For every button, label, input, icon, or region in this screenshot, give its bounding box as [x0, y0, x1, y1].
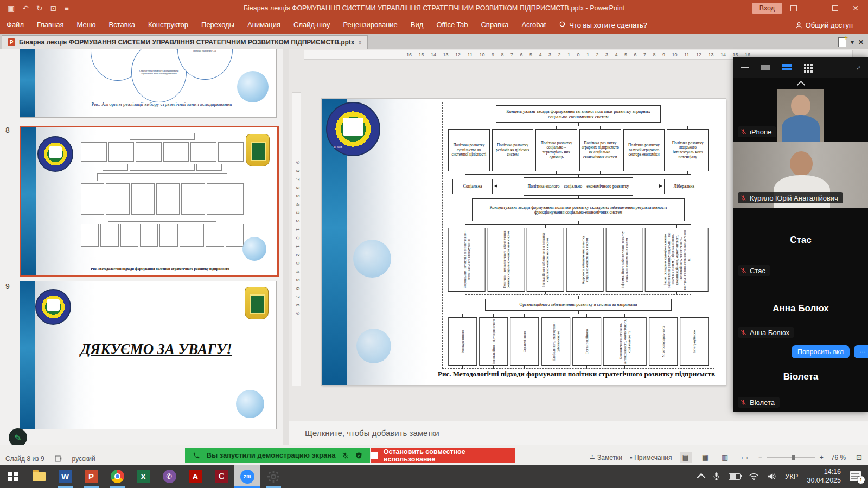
tell-me-box[interactable]: Что вы хотите сделать?: [552, 21, 654, 29]
zoom-app-button[interactable]: zm: [234, 465, 260, 488]
zoom-slider-thumb[interactable]: [792, 455, 795, 460]
zoom-out-icon[interactable]: −: [758, 454, 762, 461]
vertical-ruler: 9 8 7 6 5 4 3 2 1 0 1 2 3 4 5 6 7 8 9: [292, 92, 301, 386]
speaker-view-icon[interactable]: [761, 65, 770, 70]
notes-toggle[interactable]: ≐ Заметки: [590, 453, 622, 461]
direction-box: Економічного, стійкого, антикризового, е…: [603, 317, 647, 366]
menu-transitions[interactable]: Переходы: [195, 16, 241, 34]
notification-center-icon[interactable]: 1: [850, 471, 861, 481]
menu-home[interactable]: Главная: [30, 16, 70, 34]
viber-button[interactable]: ✆: [156, 465, 182, 488]
collapse-videos-chevron[interactable]: [733, 78, 868, 89]
gallery-view-icon[interactable]: [804, 64, 806, 66]
minimize-button[interactable]: —: [805, 2, 824, 15]
language-indicator[interactable]: русский: [72, 455, 95, 463]
file-explorer-button[interactable]: [26, 465, 52, 488]
strip-view-icon[interactable]: [782, 64, 792, 71]
reading-view-button[interactable]: ▥: [719, 452, 731, 463]
menu-insert[interactable]: Вставка: [103, 16, 142, 34]
zoom-slider[interactable]: − +: [758, 454, 824, 461]
thumbnail-slide-8-selected[interactable]: Рис. Методологічні підходи формування по…: [20, 126, 279, 277]
slide8-caption: Рис. Методологічні підходи формування по…: [54, 267, 266, 271]
menu-help[interactable]: Справка: [474, 16, 515, 34]
slideshow-view-button[interactable]: ▭: [738, 452, 750, 463]
participant-tile-anna[interactable]: Анна Болюх Анна Болюх Попросить вкл ···: [733, 280, 868, 363]
document-tab[interactable]: P Бінарна лекція ФОРМУВАННЯ СИСТЕМИ УПРА…: [2, 35, 368, 49]
menu-animations[interactable]: Анимация: [241, 16, 287, 34]
tabbar-close-icon[interactable]: ✕: [858, 38, 864, 46]
clock[interactable]: 14:16 30.04.2025: [807, 468, 841, 485]
menu-view[interactable]: Вид: [404, 16, 430, 34]
mic-muted-icon[interactable]: [342, 452, 349, 459]
tab-close-icon[interactable]: x: [359, 38, 362, 46]
zoom-percentage[interactable]: 76 %: [831, 454, 846, 461]
menu-file[interactable]: Файл: [0, 16, 30, 34]
directions-row: Конкурентного Інноваційно - відтворюючог…: [447, 314, 710, 369]
redo-icon[interactable]: ↻: [36, 4, 43, 12]
menu-office-tab[interactable]: Office Tab: [430, 16, 474, 34]
participant-tile-stas[interactable]: Стас Стас: [733, 208, 868, 280]
acrobat-button[interactable]: A: [182, 465, 208, 488]
undo-icon[interactable]: ↶: [22, 4, 29, 12]
slide-sorter-view-button[interactable]: ▦: [699, 452, 711, 463]
slide-counter: Слайд 8 из 9: [5, 455, 44, 463]
speaker-icon[interactable]: [767, 472, 776, 480]
ink-pen-button[interactable]: ✎: [9, 428, 27, 445]
excel-button[interactable]: X: [130, 465, 156, 488]
tray-chevron-icon[interactable]: [697, 473, 706, 482]
minimize-panel-icon[interactable]: [741, 67, 749, 68]
ask-to-unmute-button[interactable]: Попросить вкл: [792, 345, 850, 358]
title-bar: ▣ ↶ ↻ ⊡ ≡ Бінарна лекція ФОРМУВАННЯ СИСТ…: [0, 0, 868, 16]
close-button[interactable]: ✕: [846, 2, 865, 15]
save-icon[interactable]: ▣: [8, 4, 15, 12]
word-button[interactable]: W: [52, 465, 78, 488]
start-slideshow-icon[interactable]: ⊡: [50, 4, 57, 12]
tab-list-dropdown-icon[interactable]: ▾: [851, 38, 854, 46]
menu-acrobat[interactable]: Acrobat: [515, 16, 552, 34]
arrow-left: [493, 187, 524, 187]
more-options-button[interactable]: ···: [854, 345, 868, 358]
security-shield-icon[interactable]: [355, 452, 362, 459]
expand-panel-icon[interactable]: ↕: [854, 63, 863, 71]
start-button[interactable]: [0, 465, 26, 488]
spellcheck-icon[interactable]: [54, 455, 62, 463]
customize-qat-icon[interactable]: ≡: [64, 4, 68, 12]
menu-slideshow[interactable]: Слайд-шоу: [287, 16, 336, 34]
document-tab-bar: P Бінарна лекція ФОРМУВАННЯ СИСТЕМИ УПРА…: [0, 34, 868, 49]
thumbnail-scrollbar[interactable]: [283, 49, 289, 445]
org-box: Організаційного забезпечення розвитку в …: [485, 299, 672, 311]
participant-tile-violeta[interactable]: Віолета Віолета: [733, 363, 868, 412]
policy-box: Політика розвитку галузей аграрного сект…: [623, 129, 665, 171]
battery-icon[interactable]: [729, 473, 741, 480]
thumbnail-slide-7[interactable]: Стратегічна готовність розширювати страт…: [20, 49, 277, 118]
participant-tile-iphone[interactable]: iPhone: [733, 89, 868, 142]
language-indicator[interactable]: УКР: [785, 472, 799, 480]
comments-toggle[interactable]: ▪ Примечания: [630, 453, 672, 461]
normal-view-button[interactable]: ▤: [680, 452, 692, 463]
globe-image: [236, 390, 264, 418]
chrome-button[interactable]: [104, 465, 130, 488]
zoom-in-icon[interactable]: +: [820, 454, 824, 461]
restore-button[interactable]: [826, 2, 844, 15]
slide-canvas[interactable]: м. Київ Концептуальні засади формування …: [322, 99, 726, 385]
notes-area[interactable]: Щелкните, чтобы добавить заметки: [289, 421, 868, 445]
stop-share-button[interactable]: Остановить совместное использование: [371, 448, 515, 463]
menu-review[interactable]: Рецензирование: [336, 16, 404, 34]
share-button[interactable]: Общий доступ: [795, 21, 868, 29]
ribbon-display-options-button[interactable]: [784, 2, 803, 15]
policy-box: Політика розвитку людського інтелектуаль…: [667, 129, 709, 171]
wifi-icon[interactable]: [749, 473, 758, 480]
menu-design[interactable]: Конструктор: [142, 16, 195, 34]
menu-menu[interactable]: Меню: [70, 16, 102, 34]
participant-name-chip: Курило Юрій Анаталійович: [738, 192, 843, 203]
settings-button[interactable]: [260, 465, 286, 488]
new-document-icon[interactable]: [838, 37, 846, 47]
chevron-up-icon: [796, 81, 805, 89]
tray-mic-icon[interactable]: [713, 472, 720, 481]
powerpoint-button[interactable]: P: [78, 465, 104, 488]
participant-tile-kurylo[interactable]: Курило Юрій Анаталійович: [733, 142, 868, 208]
c-app-button[interactable]: C: [208, 465, 234, 488]
fit-to-window-icon[interactable]: ⊡: [853, 452, 865, 463]
sign-in-button[interactable]: Вход: [752, 3, 782, 14]
thumbnail-slide-9[interactable]: ДЯКУЄМО ЗА УВАГУ!: [20, 281, 277, 429]
